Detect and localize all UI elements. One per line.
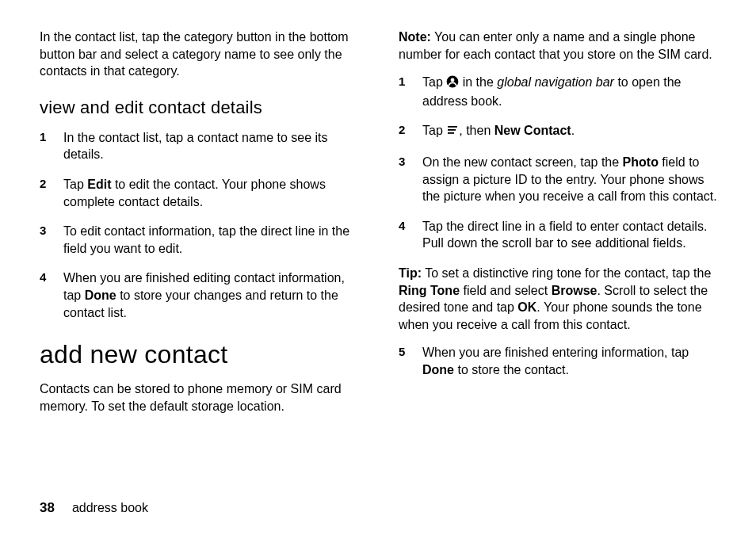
svg-rect-2 bbox=[448, 126, 457, 128]
step-number: 3 bbox=[399, 154, 410, 170]
text-fragment: To set a distinctive ring tone for the c… bbox=[422, 266, 711, 280]
ui-label-edit: Edit bbox=[87, 178, 111, 191]
left-column: In the contact list, tap the category bu… bbox=[40, 29, 361, 426]
italic-term: global navigation bar bbox=[497, 75, 614, 89]
intro-paragraph: In the contact list, tap the category bu… bbox=[40, 29, 361, 80]
view-edit-steps: 1 In the contact list, tap a contact nam… bbox=[40, 129, 361, 321]
step-text: When you are finished editing contact in… bbox=[63, 269, 361, 321]
step-text: Tap the direct line in a field to enter … bbox=[422, 218, 720, 252]
step-number: 3 bbox=[40, 223, 51, 239]
svg-rect-3 bbox=[448, 129, 456, 131]
note-label: Note: bbox=[399, 30, 431, 44]
step-number: 1 bbox=[40, 129, 51, 145]
text-fragment: field and select bbox=[460, 284, 552, 297]
step-text: On the new contact screen, tap the Photo… bbox=[422, 154, 720, 205]
ui-label-done: Done bbox=[422, 363, 454, 376]
ui-label-ring-tone: Ring Tone bbox=[399, 284, 460, 297]
add-contact-intro: Contacts can be stored to phone memory o… bbox=[40, 380, 361, 415]
menu-icon bbox=[446, 124, 459, 141]
svg-rect-4 bbox=[448, 132, 454, 134]
step-text: To edit contact information, tap the dir… bbox=[63, 223, 361, 257]
ui-label-ok: OK bbox=[517, 300, 536, 314]
step-number: 4 bbox=[399, 218, 410, 234]
step-item: 4 When you are finished editing contact … bbox=[40, 269, 361, 321]
step-text: In the contact list, tap a contact name … bbox=[63, 129, 361, 163]
text-fragment: Tap bbox=[422, 75, 446, 89]
step-item: 3 On the new contact screen, tap the Pho… bbox=[399, 154, 720, 205]
step-item: 1 In the contact list, tap a contact nam… bbox=[40, 129, 361, 163]
two-column-layout: In the contact list, tap the category bu… bbox=[40, 29, 720, 426]
ui-label-browse: Browse bbox=[552, 284, 598, 297]
section-heading-view-edit: view and edit contact details bbox=[40, 97, 361, 118]
add-contact-steps-1-2: 1 Tap in the global navigation bar to op… bbox=[399, 74, 720, 252]
text-fragment: to store the contact. bbox=[454, 363, 569, 376]
step-item: 5 When you are finished entering informa… bbox=[399, 344, 720, 378]
step-item: 4 Tap the direct line in a field to ente… bbox=[399, 218, 720, 252]
step-item: 3 To edit contact information, tap the d… bbox=[40, 223, 361, 257]
ui-label-new-contact: New Contact bbox=[494, 124, 571, 137]
text-fragment: Tap bbox=[422, 124, 446, 137]
step-text: Tap , then New Contact. bbox=[422, 122, 720, 141]
step-text: Tap in the global navigation bar to open… bbox=[422, 74, 720, 109]
step-item: 2 Tap Edit to edit the contact. Your pho… bbox=[40, 176, 361, 210]
section-name: address book bbox=[72, 501, 148, 514]
right-column: Note: You can enter only a name and a si… bbox=[399, 29, 720, 426]
step-number: 2 bbox=[399, 122, 410, 138]
step-text: Tap Edit to edit the contact. Your phone… bbox=[63, 176, 361, 210]
page-footer: 38address book bbox=[40, 500, 148, 516]
contact-icon bbox=[446, 75, 459, 93]
step-number: 2 bbox=[40, 176, 51, 192]
step-number: 1 bbox=[399, 74, 410, 90]
tip-paragraph: Tip: To set a distinctive ring tone for … bbox=[399, 265, 720, 333]
text-fragment: Tap bbox=[63, 178, 87, 191]
text-fragment: in the bbox=[459, 75, 497, 89]
step-number: 5 bbox=[399, 344, 410, 360]
section-heading-add-new: add new contact bbox=[40, 340, 361, 369]
step-item: 1 Tap in the global navigation bar to op… bbox=[399, 74, 720, 109]
step-text: When you are finished entering informati… bbox=[422, 344, 720, 378]
tip-label: Tip: bbox=[399, 266, 422, 280]
text-fragment: On the new contact screen, tap the bbox=[422, 155, 623, 169]
ui-label-done: Done bbox=[85, 289, 116, 302]
manual-page: In the contact list, tap the category bu… bbox=[0, 0, 756, 535]
page-number: 38 bbox=[40, 500, 55, 515]
note-paragraph: Note: You can enter only a name and a si… bbox=[399, 29, 720, 63]
ui-label-photo: Photo bbox=[623, 155, 659, 169]
text-fragment: , then bbox=[459, 124, 494, 137]
text-fragment: When you are finished entering informati… bbox=[422, 346, 689, 359]
step-item: 2 Tap , then New Contact. bbox=[399, 122, 720, 141]
step-number: 4 bbox=[40, 269, 51, 285]
add-contact-step-5: 5 When you are finished entering informa… bbox=[399, 344, 720, 378]
note-body: You can enter only a name and a single p… bbox=[399, 30, 712, 61]
svg-point-1 bbox=[451, 78, 455, 82]
text-fragment: . bbox=[571, 124, 575, 137]
